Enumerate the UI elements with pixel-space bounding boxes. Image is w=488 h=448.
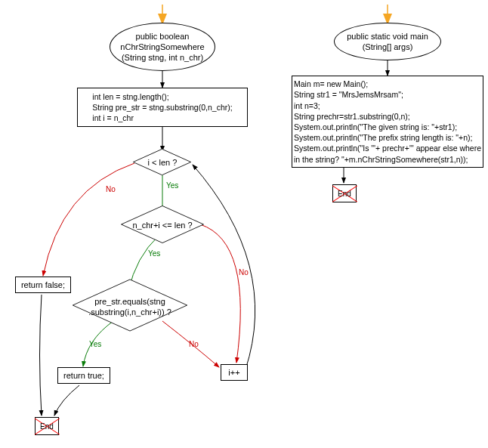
- fn1-start-node: public boolean nChrStringSomewhere (Stri…: [110, 23, 215, 71]
- fn1-inc-text: i++: [228, 367, 239, 378]
- fn1-init-node: int len = stng.length(); String pre_str …: [77, 88, 248, 127]
- fn1-cond1: i < len ?: [134, 147, 191, 178]
- label-yes-1: Yes: [166, 181, 178, 190]
- fn1-end-text: End: [40, 422, 54, 431]
- fn1-init-text: int len = stng.length(); String pre_str …: [92, 91, 232, 124]
- label-no-2: No: [239, 268, 249, 277]
- fn1-cond1-text: i < len ?: [148, 157, 178, 168]
- label-no-1: No: [106, 185, 116, 193]
- fn2-body-node: Main m= new Main(); String str1 = "MrsJe…: [292, 76, 483, 168]
- fn1-return-false-text: return false;: [21, 280, 65, 290]
- fn1-end: End: [35, 417, 59, 435]
- fn2-end: End: [332, 184, 357, 202]
- fn1-cond3-text: pre_str.equals(stng .substring(i,n_chr+i…: [88, 296, 171, 318]
- fn2-body-text: Main m= new Main(); String str1 = "MrsJe…: [294, 79, 481, 164]
- fn1-inc: i++: [221, 364, 248, 381]
- fn2-start-node: public static void main (String[] args): [334, 23, 441, 60]
- fn1-return-true: return true;: [57, 367, 110, 384]
- fn2-start-text: public static void main (String[] args): [347, 31, 428, 53]
- fn1-return-true-text: return true;: [63, 370, 104, 381]
- fn1-cond2-text: n_chr+i <= len ?: [132, 220, 192, 230]
- fn1-cond2: n_chr+i <= len ?: [119, 210, 205, 240]
- label-no-3: No: [189, 340, 199, 348]
- fn1-cond3: pre_str.equals(stng .substring(i,n_chr+i…: [69, 287, 190, 326]
- fn1-return-false: return false;: [15, 277, 71, 293]
- fn2-end-text: End: [338, 189, 351, 199]
- label-yes-2: Yes: [148, 249, 160, 258]
- fn1-start-text: public boolean nChrStringSomewhere (Stri…: [120, 31, 204, 63]
- label-yes-3: Yes: [89, 340, 101, 348]
